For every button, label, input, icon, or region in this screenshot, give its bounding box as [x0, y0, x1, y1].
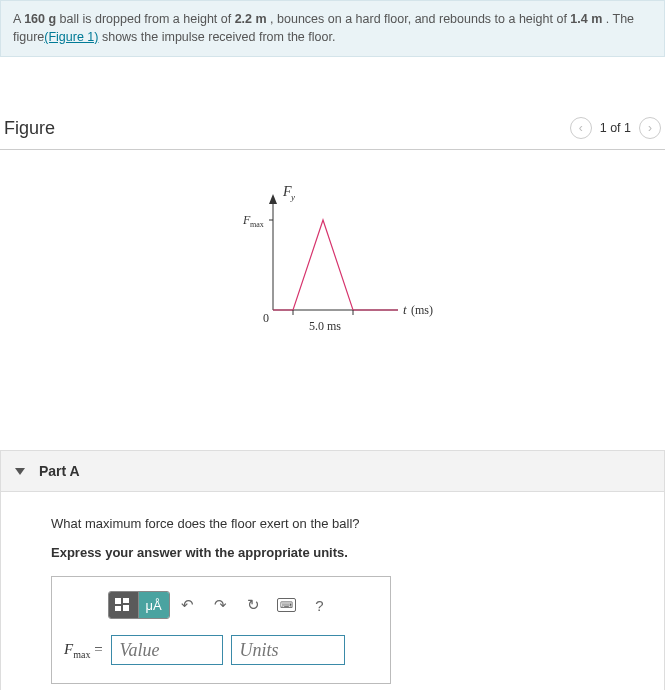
part-panel: Part A What maximum force does the floor… [0, 450, 665, 690]
svg-text:t: t [403, 302, 407, 317]
svg-marker-1 [269, 194, 277, 204]
question-text: What maximum force does the floor exert … [51, 516, 640, 531]
svg-text:(ms): (ms) [411, 303, 433, 317]
answer-toolbar: μÅ ↶ ↷ ↻ ⌨ ? [64, 591, 378, 619]
svg-text:max: max [250, 220, 264, 229]
units-input[interactable] [231, 635, 345, 665]
pager-prev-button[interactable]: ‹ [570, 117, 592, 139]
undo-button[interactable]: ↶ [173, 592, 203, 618]
svg-rect-12 [115, 598, 121, 604]
impulse-chart: F y F max 0 5.0 ms t (ms) [213, 180, 453, 350]
figure-pager: ‹ 1 of 1 › [570, 117, 661, 139]
part-body: What maximum force does the floor exert … [1, 492, 664, 690]
redo-button[interactable]: ↷ [206, 592, 236, 618]
x-origin-label: 0 [263, 311, 269, 325]
height2-value: 1.4 m [570, 12, 602, 26]
answer-row: Fmax = [64, 635, 378, 665]
caret-down-icon [15, 468, 25, 475]
svg-rect-13 [123, 598, 129, 603]
figure-canvas: F y F max 0 5.0 ms t (ms) [0, 150, 665, 360]
figure-header: Figure ‹ 1 of 1 › [0, 117, 665, 150]
lhs-symbol: Fmax = [64, 641, 103, 660]
mass-value: 160 g [24, 12, 56, 26]
template-button[interactable] [109, 592, 139, 618]
keyboard-button[interactable]: ⌨ [272, 592, 302, 618]
reset-button[interactable]: ↻ [239, 592, 269, 618]
svg-rect-15 [123, 605, 129, 611]
answer-box: μÅ ↶ ↷ ↻ ⌨ ? Fmax = [51, 576, 391, 684]
svg-rect-14 [115, 606, 121, 611]
tool-group: μÅ [108, 591, 170, 619]
text: A [13, 12, 24, 26]
pager-text: 1 of 1 [600, 121, 631, 135]
problem-statement: A 160 g ball is dropped from a height of… [0, 0, 665, 57]
text: , bounces on a hard floor, and rebounds … [267, 12, 571, 26]
figure-link[interactable]: (Figure 1) [44, 30, 98, 44]
part-header[interactable]: Part A [1, 451, 664, 492]
height1-value: 2.2 m [235, 12, 267, 26]
part-title: Part A [39, 463, 80, 479]
text: ball is dropped from a height of [56, 12, 235, 26]
text: shows the impulse received from the floo… [98, 30, 335, 44]
x-tick-label: 5.0 ms [309, 319, 341, 333]
figure-title: Figure [4, 118, 55, 139]
instruction-text: Express your answer with the appropriate… [51, 545, 640, 560]
pager-next-button[interactable]: › [639, 117, 661, 139]
value-input[interactable] [111, 635, 223, 665]
help-button[interactable]: ? [305, 592, 335, 618]
svg-text:y: y [290, 192, 295, 202]
greek-button[interactable]: μÅ [139, 592, 169, 618]
